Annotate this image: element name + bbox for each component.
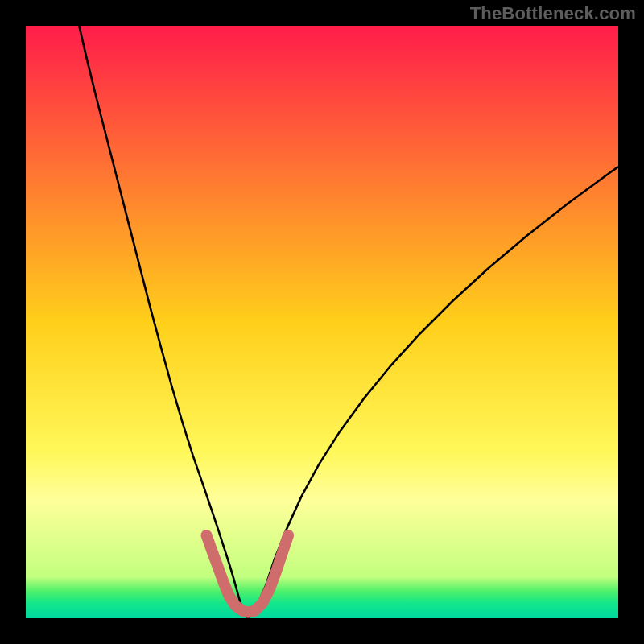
chart-frame: TheBottleneck.com <box>0 0 644 644</box>
plot-area <box>26 26 618 618</box>
watermark-text: TheBottleneck.com <box>470 3 636 24</box>
chart-svg <box>26 26 618 618</box>
chart-background <box>26 26 618 618</box>
